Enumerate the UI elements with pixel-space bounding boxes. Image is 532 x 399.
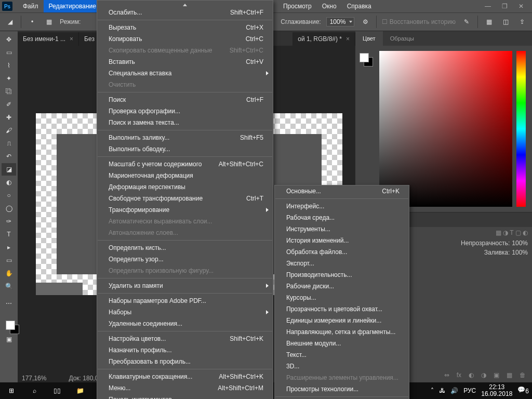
menu-item[interactable]: Преобразовать в профиль... <box>97 356 273 367</box>
menu-item[interactable]: ПоискCtrl+F <box>97 94 273 105</box>
submenu-item[interactable]: Инструменты... <box>275 223 409 235</box>
close-icon[interactable]: × <box>70 35 73 43</box>
menu-item[interactable]: Поиск и замена текста... <box>97 117 273 128</box>
menu-item[interactable]: Специальная вставка <box>97 68 273 79</box>
submenu-item[interactable]: Основные...Ctrl+K <box>275 185 409 197</box>
menu-item[interactable]: Определить кисть... <box>97 242 273 254</box>
eraser-tool[interactable]: ◪ <box>2 163 16 176</box>
menu-file[interactable]: Файл <box>18 0 44 12</box>
search-icon[interactable]: ⌕ <box>23 382 46 399</box>
submenu-item[interactable]: Экспорт... <box>275 258 409 269</box>
tray-up-icon[interactable]: ˄ <box>431 387 434 394</box>
menu-item[interactable]: Клавиатурные сокращения...Alt+Shift+Ctrl… <box>97 371 273 382</box>
fill-select[interactable]: 100% <box>512 249 528 256</box>
smoothing-select[interactable]: 100% <box>326 17 355 26</box>
submenu-item[interactable]: Интерфейс... <box>275 201 409 212</box>
submenu-item[interactable]: Курсоры... <box>275 292 409 303</box>
menu-item[interactable]: Настройка цветов...Shift+Ctrl+K <box>97 333 273 344</box>
type-tool[interactable]: T <box>2 228 16 241</box>
pressure-icon[interactable]: ✎ <box>461 16 472 28</box>
menu-item[interactable]: ВырезатьCtrl+X <box>97 22 273 33</box>
tool-preset-icon[interactable]: ◢ <box>4 16 16 28</box>
edit-toolbar[interactable]: ⋯ <box>2 297 16 310</box>
mask-icon[interactable]: ◐ <box>469 371 474 379</box>
submenu-item[interactable]: Обработка файлов... <box>275 246 409 258</box>
network-icon[interactable]: 🖧 <box>439 387 445 394</box>
document-tab[interactable]: Без имени-1 ...× <box>18 32 79 46</box>
menu-item[interactable]: Проверка орфографии... <box>97 105 273 117</box>
menu-scroll-up[interactable] <box>97 1 273 7</box>
fx-icon[interactable]: fx <box>457 371 461 379</box>
hand-tool[interactable]: ✋ <box>2 267 16 280</box>
document-tab[interactable]: ой 1, RGB/8#) *× <box>292 32 355 46</box>
share-icon[interactable]: ⇪ <box>516 16 528 28</box>
menu-item[interactable]: Марионеточная деформация <box>97 170 273 181</box>
volume-icon[interactable]: 🔊 <box>450 387 458 394</box>
history-brush-tool[interactable]: ↶ <box>2 150 16 163</box>
layout-icon[interactable]: ◫ <box>500 16 511 28</box>
menu-item[interactable]: ВставитьCtrl+V <box>97 56 273 68</box>
submenu-item[interactable]: Производительность... <box>275 269 409 281</box>
submenu-item[interactable]: История изменений... <box>275 235 409 246</box>
submenu-item[interactable]: Рабочие диски... <box>275 281 409 292</box>
link-icon[interactable]: ⇔ <box>444 371 449 379</box>
submenu-item[interactable]: Внешние модули... <box>275 338 409 349</box>
menu-edit[interactable]: Редактирование <box>44 0 101 12</box>
dodge-tool[interactable]: ◯ <box>2 202 16 215</box>
path-select-tool[interactable]: ▸ <box>2 241 16 254</box>
brush-panel-icon[interactable]: ▦ <box>43 16 55 28</box>
menu-item[interactable]: Деформация перспективы <box>97 181 273 193</box>
submenu-item[interactable]: Текст... <box>275 349 409 361</box>
adjustment-icon[interactable]: ◑ <box>481 371 486 379</box>
menu-item[interactable]: Наборы <box>97 307 273 318</box>
start-button[interactable]: ⊞ <box>0 382 23 399</box>
submenu-item[interactable]: Направляющие, сетка и фрагменты... <box>275 326 409 338</box>
menu-item[interactable]: Назначить профиль... <box>97 344 273 356</box>
close-icon[interactable]: × <box>346 35 350 43</box>
gear-icon[interactable]: ⚙ <box>360 16 371 28</box>
notifications-icon[interactable]: 💬6 <box>517 386 529 395</box>
app-icon[interactable]: 📁 <box>69 382 91 399</box>
restore-history-checkbox[interactable]: ☐ Восстановить историю <box>382 18 456 25</box>
menu-item[interactable]: Определить узор... <box>97 254 273 265</box>
language-indicator[interactable]: РУС <box>463 387 476 394</box>
group-icon[interactable]: ▣ <box>494 371 499 379</box>
zoom-level[interactable]: 177,16% <box>22 375 46 382</box>
rectangle-tool[interactable]: ▭ <box>2 254 16 267</box>
quick-select-tool[interactable]: ✦ <box>2 72 16 85</box>
menu-item[interactable]: Трансформирование <box>97 204 273 216</box>
close-button[interactable]: ✕ <box>517 3 525 10</box>
hue-slider[interactable] <box>516 51 526 207</box>
crop-tool[interactable]: ⿻ <box>2 85 16 98</box>
delete-icon[interactable]: 🗑 <box>520 371 526 379</box>
menu-item[interactable]: Ослабить...Shift+Ctrl+F <box>97 7 273 18</box>
menu-item[interactable]: Удаленные соединения... <box>97 318 273 329</box>
pen-tool[interactable]: ✑ <box>2 215 16 228</box>
blur-tool[interactable]: ○ <box>2 189 16 202</box>
menu-item[interactable]: Свободное трансформированиеCtrl+T <box>97 193 273 204</box>
lasso-tool[interactable]: ⌇ <box>2 59 16 72</box>
move-tool[interactable]: ✥ <box>2 33 16 46</box>
color-field[interactable] <box>379 51 512 207</box>
grid-icon[interactable]: ▦ <box>483 16 495 28</box>
menu-item[interactable]: Выполнить обводку... <box>97 143 273 155</box>
submenu-item[interactable]: Просмотры технологии... <box>275 383 409 395</box>
menu-item[interactable]: Наборы параметров Adobe PDF... <box>97 295 273 307</box>
healing-tool[interactable]: ✚ <box>2 111 16 124</box>
eyedropper-tool[interactable]: ✐ <box>2 98 16 111</box>
gradient-tool[interactable]: ◐ <box>2 176 16 189</box>
menu-item[interactable]: Масштаб с учетом содержимогоAlt+Shift+Ct… <box>97 158 273 170</box>
submenu-item[interactable]: Единицы измерения и линейки... <box>275 315 409 326</box>
submenu-item[interactable]: 3D... <box>275 361 409 372</box>
menu-view[interactable]: Просмотр <box>278 0 317 12</box>
menu-item[interactable]: Удалить из памяти <box>97 280 273 291</box>
color-swatches[interactable] <box>6 321 20 335</box>
marquee-tool[interactable]: ▭ <box>2 46 16 59</box>
new-layer-icon[interactable]: ▦ <box>507 371 512 379</box>
menu-item[interactable]: Панель инструментов... <box>97 394 273 399</box>
zoom-tool[interactable]: 🔍 <box>2 280 16 292</box>
menu-window[interactable]: Окно <box>317 0 342 12</box>
menu-item[interactable]: Меню...Alt+Shift+Ctrl+M <box>97 382 273 394</box>
stamp-tool[interactable]: ⎍ <box>2 137 16 150</box>
tab-swatches[interactable]: Образцы <box>383 31 421 46</box>
